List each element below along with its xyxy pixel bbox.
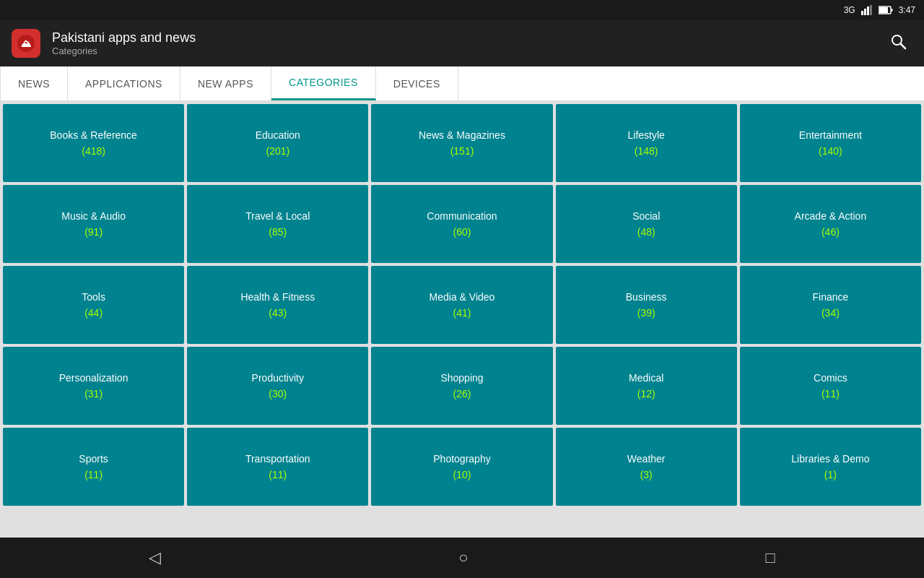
category-tile-12[interactable]: Media & Video(41)	[371, 266, 552, 344]
category-count: (44)	[84, 307, 103, 319]
category-tile-17[interactable]: Shopping(26)	[371, 347, 552, 425]
svg-rect-6	[891, 9, 892, 12]
category-count: (48)	[637, 226, 655, 238]
svg-text:⛰: ⛰	[21, 38, 31, 49]
category-count: (140)	[819, 145, 842, 157]
category-count: (418)	[82, 145, 105, 157]
category-name: Weather	[627, 453, 666, 465]
svg-line-10	[901, 44, 906, 49]
category-name: Media & Video	[430, 291, 495, 303]
category-count: (148)	[635, 145, 658, 157]
category-tile-11[interactable]: Health & Fitness(43)	[187, 266, 368, 344]
category-tile-19[interactable]: Comics(11)	[740, 347, 921, 425]
category-name: Travel & Local	[245, 210, 310, 222]
time-display: 3:47	[899, 5, 915, 15]
search-button[interactable]	[884, 27, 912, 60]
category-count: (201)	[266, 145, 289, 157]
category-tile-6[interactable]: Travel & Local(85)	[187, 185, 368, 263]
category-name: Comics	[814, 372, 847, 384]
category-name: Books & Reference	[50, 129, 137, 141]
category-name: Productivity	[252, 372, 304, 384]
tab-new-apps[interactable]: New apps	[180, 66, 271, 100]
category-tile-21[interactable]: Transportation(11)	[187, 428, 368, 506]
status-bar: 3G 3:47	[0, 0, 924, 20]
category-count: (11)	[84, 469, 103, 480]
category-count: (11)	[821, 388, 840, 400]
svg-rect-1	[864, 9, 866, 15]
category-tile-20[interactable]: Sports(11)	[3, 428, 184, 506]
category-name: Business	[626, 291, 667, 303]
category-count: (39)	[637, 307, 655, 319]
category-name: Photography	[433, 453, 490, 465]
category-name: Lifestyle	[628, 129, 665, 141]
category-count: (46)	[821, 226, 840, 238]
category-count: (91)	[84, 226, 103, 238]
home-button[interactable]: ○	[441, 543, 485, 573]
category-count: (1)	[824, 469, 837, 480]
category-name: Finance	[812, 291, 848, 303]
category-tile-22[interactable]: Photography(10)	[371, 428, 552, 506]
app-subtitle: Categories	[52, 46, 872, 56]
category-tile-10[interactable]: Tools(44)	[3, 266, 184, 344]
category-tile-18[interactable]: Medical(12)	[556, 347, 737, 425]
category-tile-0[interactable]: Books & Reference(418)	[3, 104, 184, 182]
bottom-nav: ◁ ○ □	[0, 538, 924, 578]
category-name: Sports	[79, 453, 108, 465]
categories-grid: Books & Reference(418)Education(201)News…	[0, 101, 924, 509]
category-name: News & Magazines	[419, 129, 505, 141]
category-tile-13[interactable]: Business(39)	[556, 266, 737, 344]
battery-icon	[879, 6, 893, 14]
network-indicator: 3G	[844, 5, 855, 15]
category-count: (12)	[637, 388, 655, 400]
category-count: (31)	[84, 388, 103, 400]
category-name: Personalization	[59, 372, 128, 384]
category-name: Social	[632, 210, 660, 222]
tab-devices[interactable]: Devices	[376, 66, 458, 100]
category-name: Education	[256, 129, 300, 141]
category-tile-7[interactable]: Communication(60)	[371, 185, 552, 263]
category-count: (85)	[269, 226, 287, 238]
category-tile-2[interactable]: News & Magazines(151)	[371, 104, 552, 182]
category-name: Transportation	[245, 453, 310, 465]
category-count: (30)	[269, 388, 287, 400]
tab-news[interactable]: News	[0, 66, 68, 100]
svg-rect-0	[861, 11, 863, 15]
category-tile-8[interactable]: Social(48)	[556, 185, 737, 263]
category-count: (41)	[453, 307, 471, 319]
category-tile-9[interactable]: Arcade & Action(46)	[740, 185, 921, 263]
app-bar: ⛰ Pakistani apps and news Categories	[0, 20, 924, 66]
app-title: Pakistani apps and news	[52, 30, 872, 46]
category-name: Tools	[82, 291, 105, 303]
category-count: (151)	[450, 145, 474, 157]
svg-rect-2	[867, 7, 869, 15]
tab-applications[interactable]: Applications	[68, 66, 180, 100]
category-tile-4[interactable]: Entertainment(140)	[740, 104, 921, 182]
category-tile-16[interactable]: Productivity(30)	[187, 347, 368, 425]
category-count: (10)	[453, 469, 471, 480]
signal-icon	[861, 5, 873, 15]
svg-rect-5	[879, 7, 888, 13]
app-icon: ⛰	[12, 29, 40, 58]
back-button[interactable]: ◁	[131, 543, 178, 573]
category-tile-5[interactable]: Music & Audio(91)	[3, 185, 184, 263]
tab-categories[interactable]: Categories	[271, 66, 376, 100]
tab-bar: NewsApplicationsNew appsCategoriesDevice…	[0, 66, 924, 101]
category-tile-23[interactable]: Weather(3)	[556, 428, 737, 506]
category-name: Libraries & Demo	[791, 453, 869, 465]
category-name: Music & Audio	[61, 210, 126, 222]
category-name: Communication	[427, 210, 497, 222]
category-name: Arcade & Action	[795, 210, 867, 222]
svg-rect-3	[870, 5, 872, 15]
category-count: (26)	[453, 388, 471, 400]
recent-button[interactable]: □	[749, 543, 793, 573]
category-count: (43)	[269, 307, 287, 319]
category-tile-24[interactable]: Libraries & Demo(1)	[740, 428, 921, 506]
category-count: (11)	[269, 469, 287, 480]
category-tile-1[interactable]: Education(201)	[187, 104, 368, 182]
category-name: Medical	[629, 372, 663, 384]
category-count: (34)	[821, 307, 840, 319]
category-name: Shopping	[440, 372, 483, 384]
category-tile-15[interactable]: Personalization(31)	[3, 347, 184, 425]
category-tile-3[interactable]: Lifestyle(148)	[556, 104, 737, 182]
category-tile-14[interactable]: Finance(34)	[740, 266, 921, 344]
